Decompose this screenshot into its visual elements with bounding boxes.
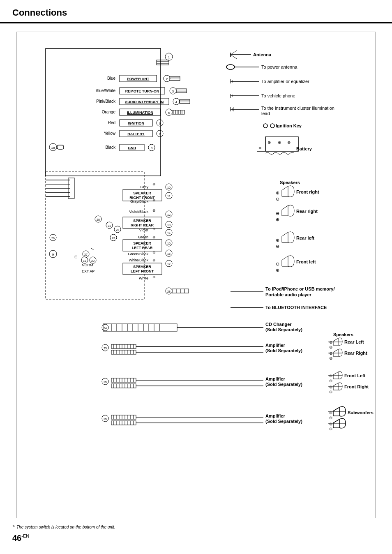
footnote: *¹ The system switch is located on the b…	[12, 525, 115, 529]
svg-text:To vehicle phone: To vehicle phone	[261, 93, 295, 98]
svg-text:To iPod/iPhone or USB memory/: To iPod/iPhone or USB memory/	[265, 286, 334, 291]
svg-text:14: 14	[167, 232, 171, 235]
svg-text:Gray/Black: Gray/Black	[130, 199, 149, 203]
svg-text:26: 26	[51, 237, 55, 240]
svg-text:Ignition Key: Ignition Key	[276, 123, 302, 128]
svg-text:24: 24	[104, 327, 107, 330]
svg-text:(Sold Separately): (Sold Separately)	[265, 382, 302, 387]
svg-text:⊕: ⊕	[287, 140, 291, 145]
svg-text:NORM: NORM	[82, 263, 93, 267]
svg-rect-20	[176, 89, 187, 93]
svg-text:3: 3	[172, 90, 174, 93]
svg-text:⊕: ⊕	[152, 235, 156, 239]
page-header: Connections	[0, 0, 392, 23]
svg-text:25: 25	[104, 347, 107, 350]
svg-text:White/Black: White/Black	[129, 258, 148, 262]
svg-text:EXT AP: EXT AP	[82, 269, 95, 273]
svg-text:11: 11	[167, 195, 171, 198]
svg-text:⊖: ⊖	[276, 261, 279, 266]
diagram-svg: 1 Blue POWER ANT 2 Blue/White REMOTE TUR…	[21, 36, 392, 513]
svg-text:SPEAKER: SPEAKER	[133, 241, 151, 245]
svg-point-68	[226, 65, 235, 69]
svg-text:27: 27	[84, 253, 88, 256]
svg-text:22: 22	[116, 229, 119, 231]
svg-text:(Sold Separately): (Sold Separately)	[265, 419, 302, 424]
svg-text:1: 1	[168, 55, 170, 59]
svg-text:2: 2	[166, 77, 168, 81]
svg-text:Subwoofers: Subwoofers	[348, 410, 374, 415]
svg-text:⊖: ⊖	[329, 356, 332, 360]
svg-text:⊖: ⊖	[329, 345, 332, 349]
svg-text:Amplifier: Amplifier	[265, 413, 285, 418]
svg-text:⊕: ⊕	[276, 238, 279, 242]
svg-text:⊕: ⊕	[276, 217, 279, 222]
svg-text:Yellow: Yellow	[104, 131, 115, 136]
svg-text:⊖: ⊖	[276, 196, 279, 201]
svg-text:25: 25	[104, 381, 107, 383]
svg-text:⊕: ⊕	[152, 182, 156, 186]
svg-text:6: 6	[159, 122, 161, 125]
svg-text:7: 7	[159, 132, 161, 136]
svg-text:16: 16	[167, 252, 171, 255]
svg-text:⊖: ⊖	[152, 251, 156, 255]
svg-line-65	[231, 51, 237, 55]
svg-text:⊕: ⊕	[276, 268, 279, 272]
svg-text:Front right: Front right	[296, 189, 319, 194]
svg-text:Orange: Orange	[102, 110, 116, 114]
svg-rect-247	[111, 384, 136, 388]
svg-text:Antenna: Antenna	[253, 52, 272, 57]
svg-text:20: 20	[91, 259, 95, 262]
svg-text:⊖: ⊖	[152, 258, 156, 262]
svg-text:White: White	[139, 276, 148, 280]
svg-text:Rear left: Rear left	[296, 235, 314, 240]
svg-text:⊖: ⊖	[152, 198, 156, 202]
svg-text:(Sold Separately): (Sold Separately)	[265, 327, 302, 332]
svg-text:Speakers: Speakers	[333, 332, 353, 337]
svg-text:REMOTE TURN-ON: REMOTE TURN-ON	[125, 89, 159, 93]
diagram-area: 1 Blue POWER ANT 2 Blue/White REMOTE TUR…	[16, 32, 376, 518]
svg-line-66	[231, 55, 237, 59]
svg-text:⊕: ⊕	[152, 227, 156, 231]
svg-text:⊖: ⊖	[276, 211, 279, 216]
svg-text:12: 12	[167, 213, 171, 216]
svg-text:⊟: ⊟	[74, 255, 78, 259]
svg-text:Portable audio player: Portable audio player	[265, 292, 312, 297]
svg-text:Rear right: Rear right	[296, 209, 318, 214]
svg-text:Rear Right: Rear Right	[344, 351, 367, 355]
svg-text:4: 4	[175, 100, 178, 104]
svg-rect-192	[103, 324, 177, 331]
svg-text:RIGHT REAR: RIGHT REAR	[131, 223, 154, 227]
svg-text:15: 15	[167, 242, 171, 245]
svg-text:21: 21	[108, 224, 111, 227]
svg-text:Blue/White: Blue/White	[96, 88, 116, 93]
svg-text:LEFT FRONT: LEFT FRONT	[131, 269, 154, 273]
svg-text:9: 9	[52, 253, 54, 256]
svg-rect-210	[111, 344, 136, 349]
svg-text:Gray: Gray	[140, 185, 148, 189]
svg-point-86	[270, 124, 274, 128]
svg-text:lead: lead	[261, 111, 270, 116]
svg-text:Front Right: Front Right	[344, 384, 369, 389]
svg-text:19: 19	[83, 259, 86, 262]
svg-text:GND: GND	[128, 146, 136, 150]
svg-rect-3	[157, 60, 169, 65]
svg-text:*1: *1	[91, 247, 94, 251]
svg-text:Battery: Battery	[296, 146, 312, 151]
svg-text:⊖: ⊖	[329, 379, 332, 383]
svg-text:Front left: Front left	[296, 259, 316, 264]
svg-text:18: 18	[51, 146, 55, 150]
svg-text:Pink/Black: Pink/Black	[96, 99, 116, 104]
svg-text:To BLUETOOTH INTERFACE: To BLUETOOTH INTERFACE	[265, 305, 327, 310]
svg-text:Amplifier: Amplifier	[265, 343, 285, 348]
svg-text:Green/Black: Green/Black	[128, 252, 148, 256]
svg-text:8: 8	[151, 146, 153, 150]
svg-text:CD Changer: CD Changer	[265, 322, 292, 327]
svg-text:28: 28	[97, 218, 100, 221]
page-number: 46-EN	[12, 533, 29, 542]
svg-text:⊕: ⊕	[276, 190, 279, 195]
svg-text:10: 10	[167, 186, 171, 189]
svg-rect-57	[57, 145, 64, 149]
svg-text:BATTERY: BATTERY	[127, 132, 145, 136]
svg-text:SPEAKER: SPEAKER	[133, 219, 151, 223]
svg-text:17: 17	[167, 263, 171, 265]
